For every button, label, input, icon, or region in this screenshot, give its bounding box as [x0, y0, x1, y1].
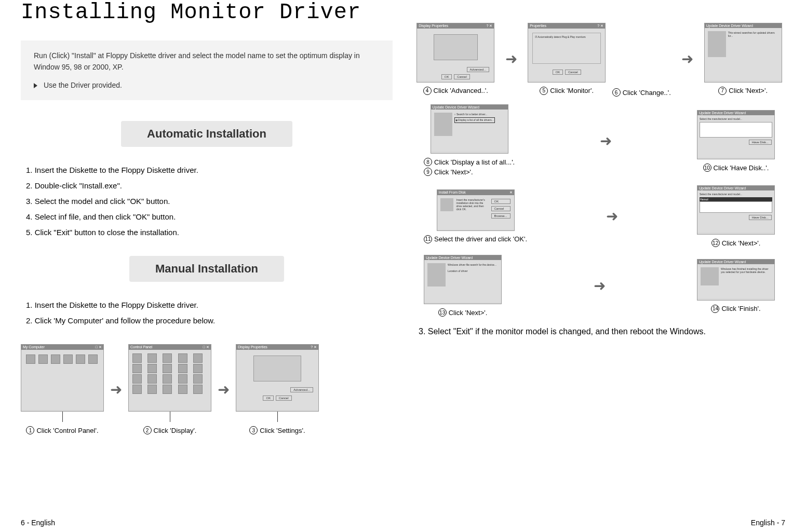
step-number: 2 — [143, 426, 152, 434]
manual-steps: 1. Insert the Diskette to the Floppy Dis… — [21, 297, 393, 329]
step: 4. Select inf file, and then click "OK" … — [26, 209, 393, 225]
step: 2. Double-click "Install.exe". — [26, 178, 393, 194]
folder-icon — [88, 354, 98, 364]
shot-block-89: Update Device Driver Wizard ○ Search for… — [424, 104, 515, 178]
folder-icon — [63, 354, 73, 364]
right-page: Display Properties? ✕ Advanced... OK Can… — [413, 0, 785, 532]
caption: Click 'Monitor'. — [550, 87, 594, 94]
arrow-icon: ➜ — [108, 381, 124, 398]
step-number: 6 — [612, 88, 621, 97]
caption: Click 'Display a list of all...'. — [434, 158, 515, 166]
arrow-icon: ➜ — [598, 132, 614, 149]
manual-screenshots-row-1: My Computer□ ✕ 1 — [21, 344, 393, 434]
step-number: 14 — [711, 305, 719, 313]
caption: Click 'Control Panel'. — [36, 427, 98, 434]
wizard-icon — [701, 267, 719, 285]
screenshot-my-computer: My Computer□ ✕ — [21, 344, 104, 412]
caption: Click 'Finish'. — [721, 305, 760, 312]
caption: Select the driver and click 'OK'. — [434, 235, 527, 243]
step: 5. Click "Exit" button to close the inst… — [26, 225, 393, 240]
triangle-icon — [34, 83, 37, 88]
screenshot-wizard-search: Update Device Driver Wizard ○ Search for… — [431, 104, 508, 154]
caption: Click 'Next>'. — [729, 87, 768, 94]
step-number: 8 — [424, 158, 432, 166]
screenshot-display-properties: Display Properties? ✕ Advanced... OK Can… — [236, 344, 319, 412]
shot-block-7: Update Device Driver Wizard This wizard … — [704, 23, 782, 95]
caption: Click 'Have Disk..'. — [714, 164, 769, 172]
caption: Click 'Change..'. — [623, 89, 671, 97]
final-step: 3. Select "Exit" if the monitor model is… — [413, 327, 785, 336]
step-number: 10 — [703, 163, 711, 172]
section-header-manual: Manual Installation — [21, 256, 393, 282]
right-row-2: Update Device Driver Wizard ○ Search for… — [413, 104, 785, 178]
intro-line-1: Run (Click) "Install" at Floppy Diskette… — [34, 50, 380, 73]
caption: Click 'Settings'. — [260, 427, 305, 434]
shot-block-4: Display Properties? ✕ Advanced... OK Can… — [417, 23, 494, 95]
wizard-icon — [434, 113, 452, 136]
arrow-icon: ➜ — [503, 50, 519, 67]
caption: Click 'Advanced..'. — [434, 87, 488, 94]
wizard-icon — [708, 31, 726, 57]
caption: Click 'Next>'. — [722, 239, 761, 247]
step: 2. Click 'My Computer' and follow the pr… — [26, 313, 393, 329]
section-header-automatic: Automatic Installation — [21, 121, 393, 147]
monitor-icon — [253, 356, 301, 381]
page-title: Installing Monitor Driver — [21, 0, 393, 25]
folder-icon — [26, 354, 35, 364]
step-number: 7 — [718, 87, 727, 95]
page-number-right: English - 7 — [751, 519, 785, 527]
caption: Click 'Next>'. — [434, 168, 473, 176]
step-number: 1 — [26, 426, 34, 434]
arrow-icon: ➜ — [216, 381, 232, 398]
intro-line-2: Use the Driver provided. — [34, 79, 380, 91]
arrow-icon: ➜ — [679, 50, 695, 67]
step: 3. Select the model and click "OK" butto… — [26, 194, 393, 209]
right-row-1: Display Properties? ✕ Advanced... OK Can… — [413, 21, 785, 97]
cpl-icon — [132, 353, 142, 363]
shot-block-5: Properties? ✕ ☑ Automatically detect Plu… — [528, 23, 606, 95]
step: 1. Insert the Diskette to the Floppy Dis… — [26, 162, 393, 178]
folder-icon — [76, 354, 85, 364]
screenshot-wizard-finish: Update Device Driver Wizard Windows has … — [697, 259, 775, 301]
intro-box: Run (Click) "Install" at Floppy Diskette… — [21, 40, 393, 100]
caption: Click 'Display'. — [154, 427, 197, 434]
caption: Click 'Next>'. — [449, 309, 488, 317]
folder-icon — [51, 354, 60, 364]
page-number-left: 6 - English — [21, 519, 55, 527]
right-row-4: Update Device Driver Wizard Windows driv… — [413, 255, 785, 317]
screenshot-wizard-models: Update Device Driver Wizard Select the m… — [697, 110, 775, 159]
screenshot-install-from-disk: Install From Disk✕ Insert the manufactur… — [437, 189, 515, 231]
shot-block-13: Update Device Driver Wizard Windows driv… — [424, 255, 502, 317]
shot-block-14: Update Device Driver Wizard Windows has … — [697, 259, 775, 313]
shot-block-3: Display Properties? ✕ Advanced... OK Can… — [236, 344, 319, 434]
monitor-icon — [434, 34, 478, 60]
step-number: 3 — [249, 426, 258, 434]
step-number: 5 — [540, 87, 548, 95]
screenshot-wizard-select-driver: Update Device Driver Wizard Select the m… — [697, 185, 775, 235]
screenshot-display-props-settings: Display Properties? ✕ Advanced... OK Can… — [417, 23, 494, 83]
shot-block-1: My Computer□ ✕ 1 — [21, 344, 104, 434]
screenshot-wizard-start: Update Device Driver Wizard This wizard … — [704, 23, 782, 83]
shot-block-2: Control Panel□ ✕ 2 Click 'Display'. — [128, 344, 211, 434]
disk-icon — [440, 198, 453, 211]
automatic-steps: 1. Insert the Diskette to the Floppy Dis… — [21, 162, 393, 240]
step-number: 11 — [424, 235, 432, 243]
screenshot-wizard-ready: Update Device Driver Wizard Windows driv… — [424, 255, 502, 304]
shot-block-12: Update Device Driver Wizard Select the m… — [697, 185, 775, 247]
right-row-3: Install From Disk✕ Insert the manufactur… — [413, 185, 785, 247]
step-number: 13 — [438, 308, 447, 317]
step-number: 12 — [711, 239, 720, 247]
screenshot-advanced-properties: Properties? ✕ ☑ Automatically detect Plu… — [528, 23, 606, 83]
step: 1. Insert the Diskette to the Floppy Dis… — [26, 297, 393, 313]
folder-icon — [38, 354, 48, 364]
arrow-icon: ➜ — [592, 277, 608, 294]
arrow-icon: ➜ — [604, 208, 620, 225]
wizard-icon — [427, 263, 446, 287]
shot-block-10: Update Device Driver Wizard Select the m… — [697, 110, 775, 172]
shot-block-6: 6 Click 'Change..'. — [612, 21, 671, 97]
step-number: 9 — [424, 168, 432, 176]
left-page: Installing Monitor Driver Run (Click) "I… — [21, 0, 393, 532]
screenshot-control-panel: Control Panel□ ✕ — [128, 344, 211, 412]
shot-block-11: Install From Disk✕ Insert the manufactur… — [424, 189, 527, 243]
step-number: 4 — [423, 87, 432, 95]
